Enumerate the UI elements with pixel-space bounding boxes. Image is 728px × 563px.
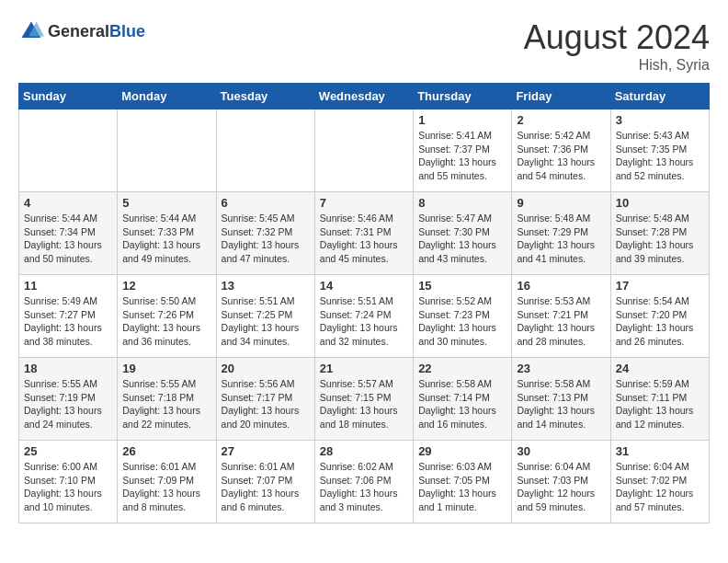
- calendar-cell: 12Sunrise: 5:50 AM Sunset: 7:26 PM Dayli…: [118, 275, 216, 358]
- day-number: 15: [418, 279, 506, 293]
- calendar-cell: 26Sunrise: 6:01 AM Sunset: 7:09 PM Dayli…: [118, 441, 216, 523]
- calendar-cell: [216, 109, 314, 192]
- day-info: Sunrise: 5:55 AM Sunset: 7:19 PM Dayligh…: [24, 377, 112, 431]
- day-info: Sunrise: 5:51 AM Sunset: 7:25 PM Dayligh…: [222, 294, 310, 349]
- day-number: 16: [517, 279, 605, 293]
- day-number: 25: [24, 444, 112, 458]
- month-year: August 2024: [524, 18, 710, 57]
- calendar-cell: 18Sunrise: 5:55 AM Sunset: 7:19 PM Dayli…: [19, 358, 118, 441]
- title-block: August 2024 Hish, Syria: [524, 18, 710, 74]
- calendar-cell: 30Sunrise: 6:04 AM Sunset: 7:03 PM Dayli…: [512, 441, 610, 523]
- day-info: Sunrise: 5:43 AM Sunset: 7:35 PM Dayligh…: [616, 129, 704, 183]
- day-info: Sunrise: 5:49 AM Sunset: 7:27 PM Dayligh…: [24, 294, 112, 349]
- day-info: Sunrise: 5:51 AM Sunset: 7:24 PM Dayligh…: [320, 294, 408, 349]
- weekday-header: Sunday: [19, 84, 118, 109]
- calendar-cell: 13Sunrise: 5:51 AM Sunset: 7:25 PM Dayli…: [216, 275, 314, 358]
- day-number: 14: [320, 279, 408, 293]
- calendar-cell: [118, 109, 216, 192]
- day-number: 28: [320, 444, 408, 458]
- calendar-cell: 9Sunrise: 5:48 AM Sunset: 7:29 PM Daylig…: [512, 192, 610, 275]
- day-number: 9: [517, 196, 605, 210]
- logo: GeneralBlue: [18, 18, 145, 44]
- calendar-cell: 1Sunrise: 5:41 AM Sunset: 7:37 PM Daylig…: [414, 109, 512, 192]
- calendar-cell: 27Sunrise: 6:01 AM Sunset: 7:07 PM Dayli…: [216, 441, 314, 523]
- calendar-cell: 23Sunrise: 5:58 AM Sunset: 7:13 PM Dayli…: [512, 358, 610, 441]
- day-info: Sunrise: 5:50 AM Sunset: 7:26 PM Dayligh…: [122, 294, 210, 349]
- calendar-cell: 25Sunrise: 6:00 AM Sunset: 7:10 PM Dayli…: [19, 441, 118, 523]
- day-number: 31: [616, 444, 704, 458]
- location: Hish, Syria: [524, 57, 710, 74]
- weekday-header: Saturday: [610, 84, 709, 109]
- day-number: 30: [517, 444, 605, 458]
- day-info: Sunrise: 5:54 AM Sunset: 7:20 PM Dayligh…: [616, 294, 704, 349]
- day-info: Sunrise: 5:46 AM Sunset: 7:31 PM Dayligh…: [320, 212, 408, 266]
- day-info: Sunrise: 6:04 AM Sunset: 7:02 PM Dayligh…: [616, 460, 704, 514]
- day-number: 20: [222, 362, 310, 375]
- day-number: 19: [122, 362, 210, 375]
- calendar-cell: 2Sunrise: 5:42 AM Sunset: 7:36 PM Daylig…: [512, 109, 610, 192]
- calendar-cell: 31Sunrise: 6:04 AM Sunset: 7:02 PM Dayli…: [610, 441, 709, 523]
- calendar-cell: 15Sunrise: 5:52 AM Sunset: 7:23 PM Dayli…: [414, 275, 512, 358]
- day-info: Sunrise: 5:48 AM Sunset: 7:29 PM Dayligh…: [517, 212, 605, 266]
- day-number: 11: [24, 279, 112, 293]
- calendar-week-row: 4Sunrise: 5:44 AM Sunset: 7:34 PM Daylig…: [19, 192, 710, 275]
- weekday-header: Wednesday: [314, 84, 413, 109]
- calendar-cell: 22Sunrise: 5:58 AM Sunset: 7:14 PM Dayli…: [414, 358, 512, 441]
- calendar-cell: 4Sunrise: 5:44 AM Sunset: 7:34 PM Daylig…: [19, 192, 118, 275]
- day-number: 5: [122, 196, 210, 210]
- calendar-cell: [314, 109, 413, 192]
- day-number: 12: [122, 279, 210, 293]
- day-info: Sunrise: 5:44 AM Sunset: 7:34 PM Dayligh…: [24, 212, 112, 266]
- day-number: 8: [418, 196, 506, 210]
- calendar-cell: 29Sunrise: 6:03 AM Sunset: 7:05 PM Dayli…: [414, 441, 512, 523]
- day-info: Sunrise: 5:58 AM Sunset: 7:14 PM Dayligh…: [418, 377, 506, 431]
- calendar-cell: 16Sunrise: 5:53 AM Sunset: 7:21 PM Dayli…: [512, 275, 610, 358]
- day-info: Sunrise: 5:47 AM Sunset: 7:30 PM Dayligh…: [418, 212, 506, 266]
- day-info: Sunrise: 5:42 AM Sunset: 7:36 PM Dayligh…: [517, 129, 605, 183]
- day-number: 6: [222, 196, 310, 210]
- logo-general: General: [48, 22, 109, 40]
- weekday-header: Monday: [118, 84, 216, 109]
- day-number: 18: [24, 362, 112, 375]
- page-header: GeneralBlue August 2024 Hish, Syria: [18, 18, 710, 74]
- logo-blue: Blue: [109, 22, 145, 40]
- day-number: 4: [24, 196, 112, 210]
- weekday-header: Thursday: [414, 84, 512, 109]
- day-info: Sunrise: 5:45 AM Sunset: 7:32 PM Dayligh…: [222, 212, 310, 266]
- weekday-header: Tuesday: [216, 84, 314, 109]
- day-info: Sunrise: 5:58 AM Sunset: 7:13 PM Dayligh…: [517, 377, 605, 431]
- day-info: Sunrise: 6:00 AM Sunset: 7:10 PM Dayligh…: [24, 460, 112, 514]
- calendar-cell: 17Sunrise: 5:54 AM Sunset: 7:20 PM Dayli…: [610, 275, 709, 358]
- calendar-cell: 11Sunrise: 5:49 AM Sunset: 7:27 PM Dayli…: [19, 275, 118, 358]
- calendar-cell: [19, 109, 118, 192]
- calendar-week-row: 18Sunrise: 5:55 AM Sunset: 7:19 PM Dayli…: [19, 358, 710, 441]
- calendar-cell: 28Sunrise: 6:02 AM Sunset: 7:06 PM Dayli…: [314, 441, 413, 523]
- day-info: Sunrise: 5:52 AM Sunset: 7:23 PM Dayligh…: [418, 294, 506, 349]
- calendar-cell: 24Sunrise: 5:59 AM Sunset: 7:11 PM Dayli…: [610, 358, 709, 441]
- day-number: 10: [616, 196, 704, 210]
- calendar-cell: 14Sunrise: 5:51 AM Sunset: 7:24 PM Dayli…: [314, 275, 413, 358]
- calendar-cell: 10Sunrise: 5:48 AM Sunset: 7:28 PM Dayli…: [610, 192, 709, 275]
- day-info: Sunrise: 6:01 AM Sunset: 7:09 PM Dayligh…: [122, 460, 210, 514]
- calendar-cell: 5Sunrise: 5:44 AM Sunset: 7:33 PM Daylig…: [118, 192, 216, 275]
- day-info: Sunrise: 5:53 AM Sunset: 7:21 PM Dayligh…: [517, 294, 605, 349]
- day-number: 26: [122, 444, 210, 458]
- day-number: 22: [418, 362, 506, 375]
- day-number: 3: [616, 113, 704, 127]
- calendar-cell: 6Sunrise: 5:45 AM Sunset: 7:32 PM Daylig…: [216, 192, 314, 275]
- weekday-header-row: SundayMondayTuesdayWednesdayThursdayFrid…: [19, 84, 710, 109]
- calendar-cell: 21Sunrise: 5:57 AM Sunset: 7:15 PM Dayli…: [314, 358, 413, 441]
- day-number: 7: [320, 196, 408, 210]
- calendar-week-row: 25Sunrise: 6:00 AM Sunset: 7:10 PM Dayli…: [19, 441, 710, 523]
- day-number: 21: [320, 362, 408, 375]
- day-number: 13: [222, 279, 310, 293]
- calendar-cell: 8Sunrise: 5:47 AM Sunset: 7:30 PM Daylig…: [414, 192, 512, 275]
- day-info: Sunrise: 6:04 AM Sunset: 7:03 PM Dayligh…: [517, 460, 605, 514]
- day-info: Sunrise: 5:56 AM Sunset: 7:17 PM Dayligh…: [222, 377, 310, 431]
- calendar-week-row: 1Sunrise: 5:41 AM Sunset: 7:37 PM Daylig…: [19, 109, 710, 192]
- day-info: Sunrise: 5:57 AM Sunset: 7:15 PM Dayligh…: [320, 377, 408, 431]
- calendar-cell: 7Sunrise: 5:46 AM Sunset: 7:31 PM Daylig…: [314, 192, 413, 275]
- weekday-header: Friday: [512, 84, 610, 109]
- logo-icon: [18, 18, 44, 44]
- day-info: Sunrise: 5:44 AM Sunset: 7:33 PM Dayligh…: [122, 212, 210, 266]
